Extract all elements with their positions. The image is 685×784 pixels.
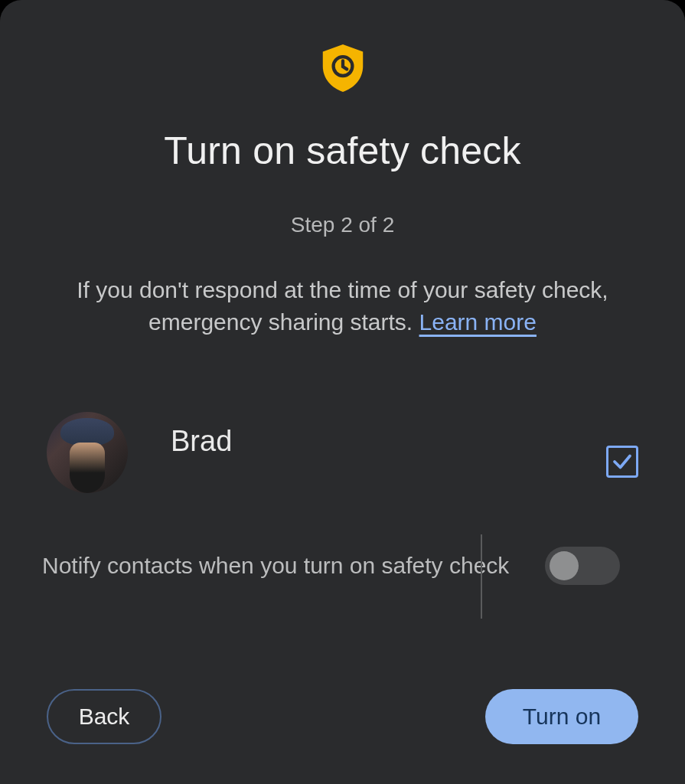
dialog-footer: Back Turn on — [42, 689, 643, 753]
checkmark-icon — [611, 450, 634, 473]
contact-name: Brad — [171, 425, 606, 458]
dialog-title: Turn on safety check — [164, 129, 520, 173]
contact-checkbox[interactable] — [606, 446, 638, 478]
notify-setting-row: Notify contacts when you turn on safety … — [42, 547, 643, 585]
dialog-description: If you don't respond at the time of your… — [42, 274, 643, 338]
learn-more-link[interactable]: Learn more — [419, 309, 537, 335]
notify-toggle[interactable] — [545, 547, 620, 585]
toggle-knob — [550, 551, 579, 580]
dialog-header: Turn on safety check Step 2 of 2 If you … — [42, 38, 643, 412]
avatar — [47, 412, 128, 493]
back-button[interactable]: Back — [47, 689, 161, 744]
vertical-divider — [481, 534, 482, 619]
safety-check-dialog: Turn on safety check Step 2 of 2 If you … — [0, 0, 685, 784]
contact-row[interactable]: Brad — [42, 412, 643, 493]
notify-label: Notify contacts when you turn on safety … — [42, 549, 545, 583]
step-indicator: Step 2 of 2 — [291, 213, 394, 237]
shield-clock-icon — [321, 44, 365, 95]
turn-on-button[interactable]: Turn on — [485, 689, 638, 744]
